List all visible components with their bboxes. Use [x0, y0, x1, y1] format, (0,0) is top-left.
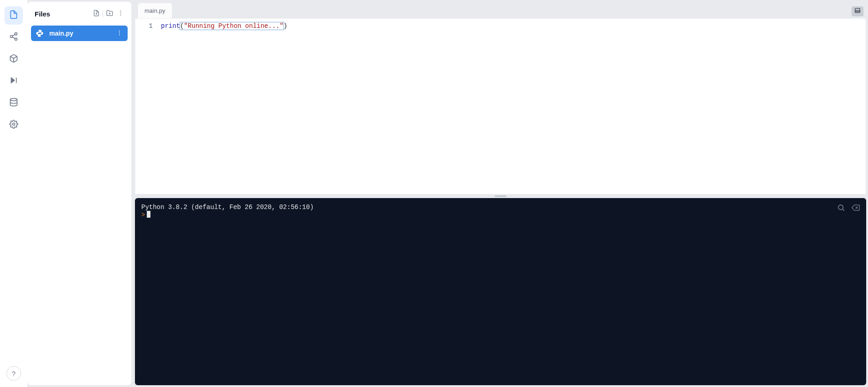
- svg-point-15: [120, 12, 121, 13]
- sidebar-item-files[interactable]: [5, 6, 23, 25]
- console-prompt-line[interactable]: >: [141, 211, 860, 219]
- editor-content[interactable]: print("Running Python online..."): [157, 19, 866, 194]
- line-number: 1: [135, 21, 153, 31]
- console-banner: Python 3.8.2 (default, Feb 26 2020, 02:5…: [141, 204, 860, 211]
- database-icon: [9, 98, 18, 109]
- code-token-function: print: [161, 22, 180, 30]
- console-clear-button[interactable]: [852, 204, 860, 214]
- tab-label: main.py: [145, 7, 165, 14]
- svg-point-16: [120, 14, 121, 15]
- share-nodes-icon: [9, 32, 18, 43]
- console-search-button[interactable]: [837, 204, 845, 214]
- backspace-icon: [852, 204, 860, 214]
- files-header: Files: [27, 2, 131, 26]
- help-icon: ?: [12, 370, 16, 377]
- separator: [103, 10, 103, 17]
- file-item-main-py[interactable]: main.py: [31, 26, 128, 41]
- svg-point-1: [10, 36, 13, 38]
- sidebar-item-database[interactable]: [5, 94, 23, 112]
- more-vertical-icon: [116, 30, 123, 37]
- svg-point-9: [13, 123, 15, 126]
- new-file-button[interactable]: [91, 8, 102, 19]
- sidebar-item-packages[interactable]: [5, 50, 23, 68]
- svg-line-4: [12, 34, 15, 36]
- console-panel[interactable]: Python 3.8.2 (default, Feb 26 2020, 02:5…: [135, 198, 866, 385]
- new-folder-icon: [106, 10, 113, 18]
- play-skip-icon: [9, 76, 18, 87]
- files-panel-title: Files: [35, 10, 91, 18]
- sidebar-item-version-control[interactable]: [5, 28, 23, 47]
- files-panel: Files main: [27, 2, 131, 385]
- svg-line-3: [12, 37, 15, 38]
- editor-gutter: 1: [135, 19, 157, 194]
- panel-layout-icon: [854, 7, 861, 16]
- main-column: main.py 1 print("Running Python online..…: [135, 2, 866, 385]
- console-cursor: [147, 211, 150, 218]
- svg-point-0: [15, 33, 17, 35]
- svg-point-2: [15, 38, 17, 40]
- code-editor[interactable]: 1 print("Running Python online..."): [135, 18, 866, 194]
- code-token-string: "Running Python online...": [184, 22, 283, 30]
- gear-icon: [9, 120, 18, 131]
- editor-tabstrip: main.py: [135, 2, 866, 18]
- file-icon: [9, 10, 18, 21]
- layout-toggle-button[interactable]: [852, 6, 863, 16]
- svg-marker-6: [11, 77, 15, 83]
- svg-line-24: [842, 209, 844, 211]
- tab-main-py[interactable]: main.py: [138, 3, 172, 18]
- files-more-button[interactable]: [115, 8, 126, 19]
- svg-point-17: [119, 30, 120, 31]
- new-file-icon: [93, 10, 100, 18]
- file-list: main.py: [27, 26, 131, 41]
- pane-resize-handle[interactable]: [135, 194, 866, 198]
- console-tools: [837, 204, 860, 214]
- sidebar-rail: ?: [0, 0, 27, 387]
- code-token-paren: ): [284, 22, 287, 30]
- svg-point-23: [838, 205, 843, 210]
- svg-point-14: [120, 10, 121, 11]
- python-file-icon: [36, 29, 44, 37]
- search-icon: [837, 204, 845, 214]
- svg-point-19: [119, 34, 120, 35]
- help-button[interactable]: ?: [6, 366, 21, 381]
- console-prompt: >: [141, 211, 145, 219]
- sidebar-item-settings[interactable]: [5, 116, 23, 134]
- file-item-label: main.py: [49, 30, 110, 37]
- svg-point-8: [10, 99, 17, 101]
- svg-point-18: [119, 32, 120, 33]
- file-item-menu-button[interactable]: [116, 30, 123, 37]
- more-vertical-icon: [117, 10, 124, 18]
- new-folder-button[interactable]: [104, 8, 115, 19]
- sidebar-item-run[interactable]: [5, 72, 23, 90]
- cube-icon: [9, 54, 18, 65]
